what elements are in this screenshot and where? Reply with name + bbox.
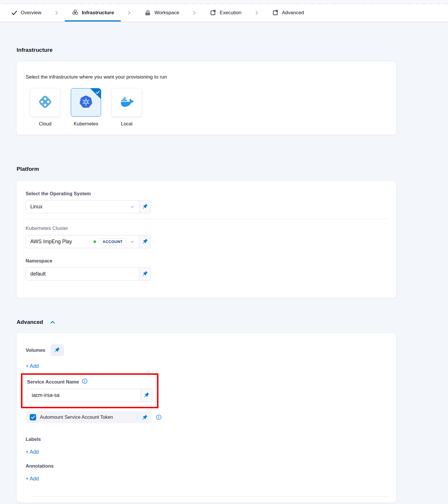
advanced-heading: Advanced	[17, 319, 43, 325]
tab-execution[interactable]: Execution	[202, 4, 248, 22]
platform-heading: Platform	[17, 166, 396, 172]
selected-check-icon	[96, 90, 100, 95]
annotations-label: Annotations	[26, 463, 387, 469]
cluster-select-value: AWS ImpEng Play	[30, 239, 72, 245]
pin-icon	[144, 392, 149, 399]
add-volume-link[interactable]: + Add	[26, 363, 39, 369]
infrastructure-card: Select the infrastructure where you want…	[17, 61, 396, 135]
infrastructure-prompt: Select the infrastructure where you want…	[26, 74, 387, 80]
automount-pin-button[interactable]	[142, 414, 148, 420]
docker-icon	[119, 95, 134, 110]
service-account-input[interactable]	[27, 389, 141, 402]
cluster-label: Kubernetes Cluster	[26, 226, 387, 231]
tab-workspace[interactable]: Workspace	[137, 4, 186, 22]
stack-icon	[144, 9, 151, 16]
namespace-label: Namespace	[26, 258, 387, 264]
os-pin-button[interactable]	[139, 200, 151, 213]
infra-option-local[interactable]	[112, 88, 142, 117]
tab-overview[interactable]: Overview	[4, 4, 48, 22]
volumes-pin-button[interactable]	[50, 344, 64, 356]
divider	[138, 414, 138, 421]
pin-icon	[142, 238, 148, 245]
labels-label: Labels	[26, 436, 387, 442]
service-account-label: Service Account Name	[27, 379, 79, 385]
infra-option-cloud[interactable]	[30, 88, 60, 117]
tab-label: Workspace	[154, 10, 179, 16]
account-scope-badge: ACCOUNT	[99, 238, 127, 245]
os-select[interactable]: Linux	[26, 200, 139, 213]
cluster-pin-button[interactable]	[139, 235, 151, 248]
infrastructure-options: Cloud	[30, 88, 387, 127]
tab-infrastructure[interactable]: Infrastructure	[65, 4, 121, 22]
divider	[26, 219, 387, 219]
advanced-card: Volumes + Add Service Account Name	[17, 333, 396, 503]
check-icon	[11, 10, 17, 16]
pin-icon	[142, 203, 148, 210]
namespace-pin-button[interactable]	[139, 267, 151, 281]
chevron-up-icon[interactable]	[50, 320, 55, 324]
infrastructure-heading: Infrastructure	[17, 47, 396, 53]
chevron-down-icon	[130, 239, 135, 244]
pin-icon	[54, 347, 60, 354]
wizard-tabbar: Overview Infrastructure Workspace	[0, 4, 448, 22]
panel-gear-icon	[209, 9, 216, 16]
automount-row: Automount Service Account Token	[26, 411, 151, 423]
divider	[30, 496, 387, 497]
chevron-right-icon	[126, 10, 132, 16]
infra-option-label: Kubernetes	[74, 121, 98, 127]
chevron-down-icon	[130, 205, 135, 209]
connector-status-dot	[94, 240, 96, 243]
platform-card: Select the Operating System Linux Kubern…	[17, 181, 396, 298]
highlight-box: Service Account Name	[21, 373, 158, 408]
infra-option-kubernetes[interactable]	[71, 88, 101, 117]
cloud-icon	[38, 95, 52, 110]
automount-checkbox[interactable]	[30, 414, 36, 420]
os-select-value: Linux	[30, 204, 43, 210]
volumes-label: Volumes	[26, 347, 45, 353]
add-annotation-link[interactable]: + Add	[26, 476, 39, 482]
tab-label: Infrastructure	[82, 10, 114, 16]
panel-gear-icon	[272, 9, 279, 16]
hexagons-icon	[72, 9, 79, 16]
service-account-pin-button[interactable]	[140, 389, 152, 402]
canvas-dots-strip	[0, 0, 448, 4]
info-icon[interactable]	[82, 378, 88, 385]
chevron-right-icon	[54, 10, 59, 16]
chevron-right-icon	[191, 10, 197, 16]
tab-label: Advanced	[282, 10, 304, 16]
add-label-link[interactable]: + Add	[26, 449, 39, 455]
infra-option-label: Local	[121, 121, 132, 127]
namespace-input[interactable]	[26, 267, 139, 281]
infra-option-label: Cloud	[39, 121, 51, 127]
automount-label: Automount Service Account Token	[40, 414, 113, 420]
tab-advanced[interactable]: Advanced	[265, 4, 311, 22]
chevron-right-icon	[254, 10, 260, 16]
info-icon[interactable]	[156, 414, 162, 420]
pin-icon	[142, 271, 148, 278]
cluster-select[interactable]: AWS ImpEng Play ACCOUNT	[26, 235, 139, 248]
tab-label: Execution	[220, 10, 241, 16]
tab-label: Overview	[21, 10, 41, 16]
os-label: Select the Operating System	[26, 191, 387, 196]
